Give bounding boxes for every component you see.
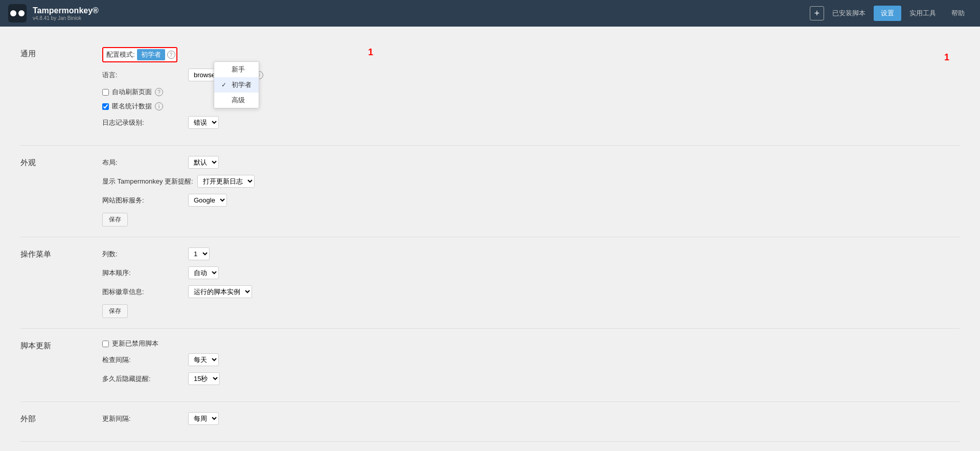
installed-scripts-button[interactable]: 已安装脚本 <box>825 6 873 21</box>
annotation-1: 1 <box>368 47 373 58</box>
badge-info-select[interactable]: 运行的脚本实例 <box>188 285 252 298</box>
config-mode-value: 初学者 <box>137 49 165 60</box>
script-update-section: 脚本更新 更新已禁用脚本 检查间隔: 每天 多久后隐藏提醒: 15秒 <box>20 329 960 402</box>
layout-row: 布局: 默认 <box>102 156 960 169</box>
dropdown-item-beginner1[interactable]: ✓ 初学者 <box>214 77 259 93</box>
tools-button[interactable]: 实用工具 <box>902 6 943 21</box>
dropdown-item-advanced[interactable]: 高级 <box>214 93 259 108</box>
logo-circles <box>10 10 25 16</box>
favicon-row: 网站图标服务: Google <box>102 194 960 207</box>
hide-notification-row: 多久后隐藏提醒: 15秒 <box>102 372 960 385</box>
help-button[interactable]: 帮助 <box>944 6 972 21</box>
logo-circle-1 <box>10 10 16 16</box>
columns-row: 列数: 1 <box>102 247 960 260</box>
appearance-section-content: 布局: 默认 显示 Tampermonkey 更新提醒: 打开更新日志 网站图标… <box>102 156 960 227</box>
badge-info-label: 图标徽章信息: <box>102 287 184 297</box>
general-section: 通用 配置模式: 初学者 ? 新手 ✓ 初学者 <box>20 37 960 146</box>
dropdown-item-label-1: 初学者 <box>232 80 252 89</box>
update-disabled-checkbox[interactable] <box>102 341 109 347</box>
config-mode-row: 配置模式: 初学者 ? 新手 ✓ 初学者 高级 <box>102 47 960 62</box>
external-section-content: 更新间隔: 每周 <box>102 412 960 431</box>
app-name: Tampermonkey® <box>33 6 99 15</box>
script-update-section-title: 脚本更新 <box>20 339 82 391</box>
badge-info-row: 图标徽章信息: 运行的脚本实例 <box>102 285 960 298</box>
update-interval-row: 更新间隔: 每周 <box>102 412 960 425</box>
config-mode-dropdown[interactable]: 新手 ✓ 初学者 高级 <box>214 61 259 108</box>
log-level-row: 日志记录级别: 错误 <box>102 116 960 129</box>
annotation-1-badge: 1 <box>944 52 949 63</box>
appearance-section: 外观 布局: 默认 显示 Tampermonkey 更新提醒: 打开更新日志 网… <box>20 146 960 237</box>
check-interval-select[interactable]: 每天 <box>188 353 219 366</box>
config-mode-label: 配置模式: <box>104 50 135 59</box>
appearance-section-title: 外观 <box>20 156 82 227</box>
checkmark-1: ✓ <box>221 81 229 88</box>
appearance-save-button[interactable]: 保存 <box>102 213 128 227</box>
script-update-section-content: 更新已禁用脚本 检查间隔: 每天 多久后隐藏提醒: 15秒 <box>102 339 960 391</box>
script-order-label: 脚本顺序: <box>102 268 184 278</box>
update-interval-label: 更新间隔: <box>102 414 184 423</box>
check-interval-label: 检查间隔: <box>102 355 184 365</box>
context-menu-save-button[interactable]: 保存 <box>102 304 128 318</box>
log-level-label: 日志记录级别: <box>102 118 184 127</box>
add-script-button[interactable]: + <box>810 6 824 20</box>
dropdown-item-beginner0[interactable]: 新手 <box>214 62 259 77</box>
favicon-select[interactable]: Google <box>188 194 227 207</box>
external-section: 外部 更新间隔: 每周 <box>20 402 960 442</box>
script-order-select[interactable]: 自动 <box>188 266 219 279</box>
general-section-title: 通用 <box>20 47 82 135</box>
anonymous-stats-info-icon[interactable]: i <box>155 102 163 110</box>
general-section-content: 配置模式: 初学者 ? 新手 ✓ 初学者 高级 <box>102 47 960 135</box>
app-title-block: Tampermonkey® v4.8.41 by Jan Biniok <box>33 6 99 21</box>
hide-notification-select[interactable]: 15秒 <box>188 372 220 385</box>
header-left: Tampermonkey® v4.8.41 by Jan Biniok <box>8 4 99 22</box>
context-menu-section-content: 列数: 1 脚本顺序: 自动 图标徽章信息: 运行的脚本实例 保存 <box>102 247 960 318</box>
columns-label: 列数: <box>102 250 184 259</box>
config-mode-info-icon[interactable]: ? <box>167 51 175 59</box>
app-version: v4.8.41 by Jan Biniok <box>33 15 99 21</box>
update-disabled-label: 更新已禁用脚本 <box>112 339 158 348</box>
config-mode-field[interactable]: 配置模式: 初学者 ? <box>102 47 177 62</box>
settings-button[interactable]: 设置 <box>874 6 901 21</box>
dropdown-item-label-0: 新手 <box>232 65 245 74</box>
script-order-row: 脚本顺序: 自动 <box>102 266 960 279</box>
auto-refresh-info-icon[interactable]: ? <box>155 88 163 96</box>
auto-refresh-checkbox[interactable] <box>102 89 109 96</box>
anonymous-stats-checkbox[interactable] <box>102 103 109 110</box>
columns-select[interactable]: 1 <box>188 247 210 260</box>
main-content: 通用 配置模式: 初学者 ? 新手 ✓ 初学者 <box>0 27 980 451</box>
hide-notification-label: 多久后隐藏提醒: <box>102 374 184 384</box>
script-sync-section: Script Sync 启用 TESLA ? 2 类型: 浏览器同步 重置同 <box>20 442 960 451</box>
language-label: 语言: <box>102 71 184 80</box>
update-disabled-row: 更新已禁用脚本 <box>102 339 960 348</box>
update-notification-row: 显示 Tampermonkey 更新提醒: 打开更新日志 <box>102 175 960 188</box>
header-nav: + 已安装脚本 设置 实用工具 帮助 <box>810 6 972 21</box>
dropdown-item-label-2: 高级 <box>232 96 245 105</box>
favicon-label: 网站图标服务: <box>102 196 184 205</box>
anonymous-stats-label: 匿名统计数据 <box>112 102 152 111</box>
logo-circle-2 <box>18 10 25 16</box>
context-menu-save-row: 保存 <box>102 304 960 318</box>
app-header: Tampermonkey® v4.8.41 by Jan Biniok + 已安… <box>0 0 980 27</box>
log-level-select[interactable]: 错误 <box>188 116 219 129</box>
update-notification-select[interactable]: 打开更新日志 <box>197 175 255 188</box>
appearance-save-row: 保存 <box>102 213 960 227</box>
app-logo <box>8 4 27 22</box>
check-interval-row: 检查间隔: 每天 <box>102 353 960 366</box>
context-menu-section-title: 操作菜单 <box>20 247 82 318</box>
update-interval-select[interactable]: 每周 <box>188 412 219 425</box>
layout-label: 布局: <box>102 158 184 167</box>
auto-refresh-label: 自动刷新页面 <box>112 87 152 97</box>
external-section-title: 外部 <box>20 412 82 431</box>
layout-select[interactable]: 默认 <box>188 156 219 169</box>
update-notification-label: 显示 Tampermonkey 更新提醒: <box>102 177 193 186</box>
context-menu-section: 操作菜单 列数: 1 脚本顺序: 自动 图标徽章信息: 运行的脚本实例 <box>20 237 960 329</box>
